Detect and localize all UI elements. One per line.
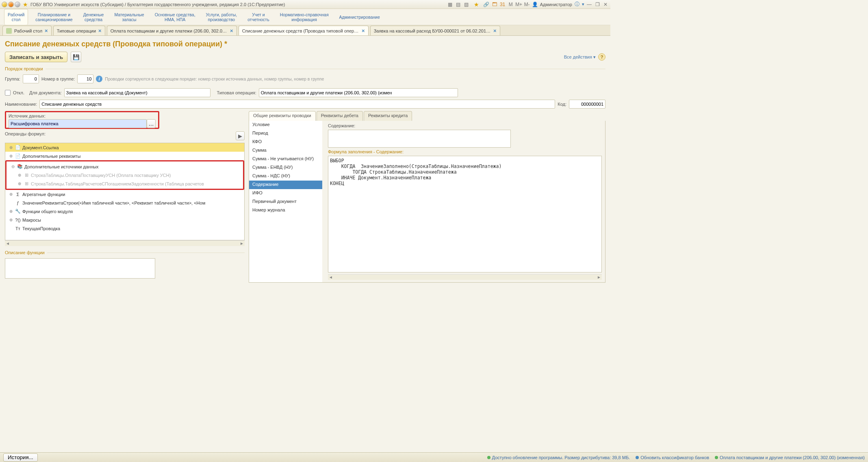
operands-tree[interactable]: ⊕📄Документ.Ссылка⊕📄Дополнительные реквиз… [5, 143, 245, 240]
tree-row[interactable]: ƒЗначениеРеквизитаСтроки(<Имя табличной … [5, 198, 244, 207]
prop-item[interactable]: ИФО [249, 189, 322, 198]
tool-icon-3[interactable]: ▧ [463, 1, 470, 8]
section-money[interactable]: Денежныесредства [80, 9, 107, 25]
num-label: Номер в группе: [41, 76, 75, 81]
close-icon[interactable]: × [230, 28, 233, 34]
prop-item[interactable]: Содержание [249, 181, 322, 189]
tool-icon-1[interactable]: ▦ [447, 1, 454, 8]
func-desc-legend: Описание функции [5, 250, 47, 255]
tab-bar: Рабочий стол× Типовые операции× Оплата п… [0, 25, 610, 36]
operands-label: Операнды формул: [5, 131, 233, 140]
tree-row[interactable]: ⊖📚Дополнительные источники данных [7, 162, 242, 171]
prop-item[interactable]: Первичный документ [249, 198, 322, 206]
formula-editor[interactable]: ВЫБОР КОГДА ЗначениеЗаполнено(СтрокаТабл… [328, 156, 602, 272]
source-input[interactable] [9, 119, 147, 128]
link-icon[interactable]: 🔗 [483, 1, 490, 8]
prop-item[interactable]: Условие [249, 121, 322, 129]
all-actions-dropdown[interactable]: Все действия ▾ [564, 54, 596, 60]
tree-hscroll[interactable]: ◄► [5, 240, 245, 246]
window-title: ГОБУ ВПО Университет искусств (Субсидия)… [30, 2, 285, 7]
window-app-icon [2, 2, 7, 7]
close-icon[interactable]: × [45, 28, 48, 34]
group-input[interactable] [23, 74, 39, 83]
prop-item[interactable]: Номер журнала [249, 206, 322, 215]
prop-item[interactable]: Сумма - ЕНВД (НУ) [249, 163, 322, 172]
window-back-icon[interactable] [8, 2, 14, 7]
save-close-button[interactable]: Записать и закрыть [5, 52, 67, 62]
tree-row[interactable]: ⊕📄Дополнительные реквизиты [5, 152, 244, 160]
close-icon[interactable]: × [362, 28, 365, 34]
calendar-icon[interactable]: 31 [499, 1, 506, 8]
property-list[interactable]: УсловиеПериодКФОСуммаСумма - Не учитывае… [249, 121, 322, 282]
name-label: Наименование: [5, 102, 37, 107]
section-planning[interactable]: Планирование исанкционирование [32, 9, 76, 25]
info-icon: i [96, 76, 102, 82]
tab-desktop[interactable]: Рабочий стол× [2, 26, 52, 35]
window-maximize-icon[interactable]: ❐ [594, 1, 601, 8]
mem-mm-icon[interactable]: M- [524, 1, 530, 8]
code-input[interactable] [569, 100, 605, 109]
prop-item[interactable]: Сумма - НДС (НУ) [249, 172, 322, 181]
tree-row[interactable]: ⊕ΣАгрегатные функции [5, 190, 244, 198]
section-accounting[interactable]: Учет иотчетность [244, 9, 272, 25]
window-fwd-icon[interactable] [15, 2, 20, 7]
prop-item[interactable]: Сумма [249, 146, 322, 155]
section-reference[interactable]: Нормативно-справочнаяинформация [277, 9, 332, 25]
tree-row[interactable]: ⊕⊞СтрокаТаблицы.ОплатаПоставщикуУСН (Опл… [7, 171, 242, 179]
tab-payment[interactable]: Оплата поставщикам и другие платежи (206… [107, 26, 237, 35]
window-titlebar: ★ ГОБУ ВПО Университет искусств (Субсиди… [0, 0, 610, 9]
main-sections-bar: Рабочийстол Планирование исанкционирован… [0, 9, 610, 25]
move-right-button[interactable]: ▶ [236, 131, 245, 140]
code-label: Код: [558, 102, 566, 107]
source-select-button[interactable]: … [147, 119, 156, 128]
prop-item[interactable]: Период [249, 129, 322, 138]
subtab-credit[interactable]: Реквизиты кредита [364, 111, 412, 121]
prop-item[interactable]: КФО [249, 138, 322, 146]
formula-hscroll[interactable]: ◄► [328, 274, 602, 280]
num-input[interactable] [77, 74, 93, 83]
content-field[interactable] [328, 130, 511, 148]
tab-writeoff[interactable]: Списание денежных средств (Проводка типо… [239, 26, 369, 35]
section-materials[interactable]: Материальныезапасы [111, 9, 147, 25]
fav2-icon[interactable]: ★ [474, 1, 479, 8]
tree-row[interactable]: ⊕?()Макросы [5, 216, 244, 224]
tree-row[interactable]: ⊕📄Документ.Ссылка [5, 143, 244, 152]
off-checkbox[interactable] [5, 90, 11, 96]
close-icon[interactable]: × [98, 28, 102, 34]
for-doc-label: Для документа: [29, 90, 62, 95]
subtab-common[interactable]: Общие реквизиты проводки [249, 111, 316, 121]
user-icon: 👤 [532, 1, 538, 8]
tool-icon-2[interactable]: ▤ [455, 1, 462, 8]
section-desktop[interactable]: Рабочийстол [4, 9, 28, 25]
typ-op-input[interactable] [259, 88, 458, 97]
for-doc-input[interactable] [64, 88, 210, 97]
save-button[interactable]: 💾 [71, 52, 81, 62]
calc-icon[interactable]: 🗔 [491, 1, 498, 8]
section-admin[interactable]: Администрирование [336, 9, 383, 25]
section-assets[interactable]: Основные средства,НМА, НПА [152, 9, 199, 25]
tab-zayavka[interactable]: Заявка на кассовый расход БУ00-000021 от… [370, 26, 500, 35]
tab-typical-ops[interactable]: Типовые операции× [53, 26, 105, 35]
desk-icon [6, 28, 12, 34]
mem-mp-icon[interactable]: M+ [516, 1, 522, 8]
window-close-icon[interactable]: ✕ [602, 1, 609, 8]
close-icon[interactable]: × [493, 28, 497, 34]
tree-row[interactable]: ⊕🔧Функции общего модуля [5, 207, 244, 216]
user-name[interactable]: Администратор [540, 2, 572, 7]
func-desc-area[interactable] [5, 258, 155, 279]
typ-op-label: Типовая операция: [217, 90, 256, 95]
source-label: Источник данных: [9, 113, 156, 118]
subtab-debit[interactable]: Реквизиты дебета [317, 111, 363, 121]
content-label: Содержание: [328, 123, 602, 128]
section-services[interactable]: Услуги, работы,производство [203, 9, 241, 25]
info-icon[interactable]: ⓘ [574, 1, 580, 8]
favorite-star-icon[interactable]: ★ [23, 1, 28, 8]
name-input[interactable] [39, 100, 555, 109]
prop-item[interactable]: Сумма - Не учитывается (НУ) [249, 155, 322, 163]
tree-row[interactable]: ТтТекущаяПроводка [5, 224, 244, 233]
help-button[interactable]: ? [598, 53, 605, 61]
window-minimize-icon[interactable]: — [586, 1, 592, 8]
mem-m-icon[interactable]: M [508, 1, 514, 8]
order-legend: Порядок проводки [5, 66, 46, 71]
tree-row[interactable]: ⊕⊞СтрокаТаблицы.ТаблицаРасчетовСПогашени… [7, 179, 242, 188]
